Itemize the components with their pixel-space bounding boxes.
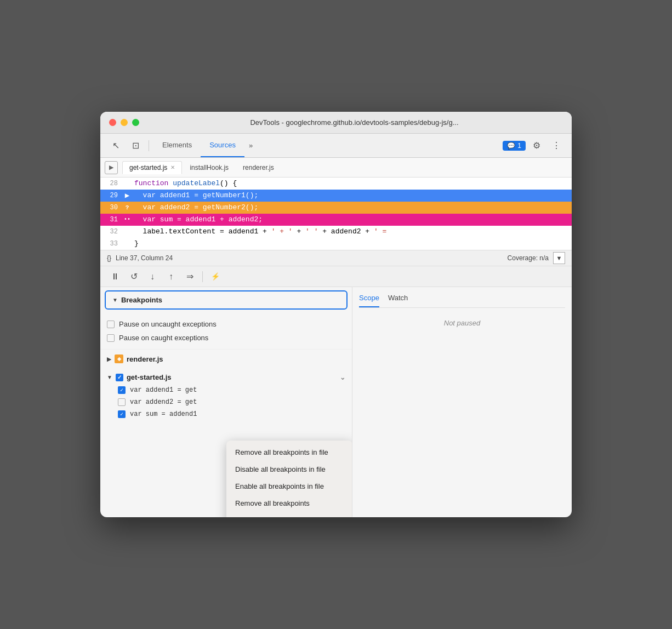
bp-entry-1-code: var addend1 = get xyxy=(130,386,197,394)
pause-button[interactable]: ⏸ xyxy=(107,268,123,285)
file-tab-renderer[interactable]: renderer.js xyxy=(236,162,281,174)
coverage-label: Coverage: n/a xyxy=(508,254,549,262)
breakpoints-section-header[interactable]: ▼ Breakpoints xyxy=(105,290,348,310)
deactivate-breakpoints-button[interactable]: ⚡ xyxy=(207,268,224,285)
sidebar-toggle[interactable]: ▶ xyxy=(105,161,118,174)
step-out-button[interactable]: ↑ xyxy=(163,268,179,285)
context-menu-item-5[interactable]: Remove other breakpoints xyxy=(226,512,352,517)
collapse-triangle: ▼ xyxy=(112,297,118,303)
format-icon[interactable]: {} xyxy=(107,254,111,262)
inspect-icon[interactable]: ⊡ xyxy=(127,137,144,155)
code-line-32: 32 label.textContent = addend1 + ' + ' +… xyxy=(100,226,572,238)
maximize-button[interactable] xyxy=(132,119,139,126)
tab-scope[interactable]: Scope xyxy=(359,294,379,307)
status-bar: {} Line 37, Column 24 Coverage: n/a ▼ xyxy=(100,250,572,266)
close-tab-icon[interactable]: ✕ xyxy=(170,164,175,170)
breakpoints-options: Pause on uncaught exceptions Pause on ca… xyxy=(100,313,352,350)
code-editor: 28 function updateLabel() { 29 ▶ var add… xyxy=(100,178,572,250)
pause-uncaught-checkbox[interactable] xyxy=(107,321,115,328)
bp-file-get-started: ▼ get-started.js ⌄ var addend1 = get var… xyxy=(100,368,352,422)
coverage-button[interactable]: ▼ xyxy=(553,252,565,264)
code-line-33: 33 } xyxy=(100,238,572,250)
main-tab-bar: Elements Sources » xyxy=(153,134,500,157)
right-panel: Scope Watch Not paused xyxy=(352,287,572,517)
get-started-checkbox[interactable] xyxy=(116,374,123,381)
get-started-expand-icon: ▼ xyxy=(107,374,112,380)
context-menu-item-3[interactable]: Enable all breakpoints in file xyxy=(226,478,352,495)
notification-badge[interactable]: 💬 1 xyxy=(503,141,526,151)
code-line-30: 30 ? var addend2 = getNumber2(); xyxy=(100,202,572,214)
tab-more[interactable]: » xyxy=(244,134,257,157)
close-button[interactable] xyxy=(109,119,116,126)
renderer-filename: renderer.js xyxy=(127,355,163,363)
window-title: DevTools - googlechrome.github.io/devtoo… xyxy=(146,118,563,127)
bp-entry-3-code: var sum = addend1 xyxy=(130,410,197,418)
traffic-lights xyxy=(109,119,139,126)
bp-entries-get-started: var addend1 = get var addend2 = get var … xyxy=(118,384,348,420)
main-content: ▼ Breakpoints Pause on uncaught exceptio… xyxy=(100,287,572,517)
step-over-button[interactable]: ↺ xyxy=(126,268,142,285)
bp-file-renderer: ▶ ◈ renderer.js xyxy=(100,350,352,368)
pause-caught-label: Pause on caught exceptions xyxy=(119,334,208,342)
file-tab-get-started[interactable]: get-started.js ✕ xyxy=(122,161,182,174)
bp-entry-3[interactable]: var sum = addend1 xyxy=(118,408,348,420)
settings-icon[interactable]: ⚙ xyxy=(528,137,545,155)
bp-entry-2-checkbox[interactable] xyxy=(118,398,126,406)
debug-toolbar: ⏸ ↺ ↓ ↑ ⇒ ⚡ xyxy=(100,266,572,287)
cursor-position: Line 37, Column 24 xyxy=(116,254,173,262)
context-menu-item-2[interactable]: Disable all breakpoints in file xyxy=(226,461,352,478)
file-tab-installhook[interactable]: installHook.js xyxy=(183,162,235,174)
pause-caught-option[interactable]: Pause on caught exceptions xyxy=(107,331,345,345)
tab-watch[interactable]: Watch xyxy=(388,294,408,307)
breakpoints-label: Breakpoints xyxy=(121,296,162,304)
titlebar: DevTools - googlechrome.github.io/devtoo… xyxy=(100,112,572,134)
toolbar-divider-1 xyxy=(149,140,149,151)
debug-divider xyxy=(202,271,203,282)
more-icon[interactable]: ⋮ xyxy=(548,137,565,155)
minimize-button[interactable] xyxy=(121,119,128,126)
pause-caught-checkbox[interactable] xyxy=(107,334,115,342)
bp-entry-1[interactable]: var addend1 = get xyxy=(118,384,348,396)
not-paused-label: Not paused xyxy=(359,319,565,327)
renderer-expand-icon: ▶ xyxy=(107,356,111,362)
tab-elements[interactable]: Elements xyxy=(153,134,201,157)
step-into-button[interactable]: ↓ xyxy=(144,268,161,285)
chat-icon: 💬 xyxy=(507,142,515,150)
bp-file-renderer-header[interactable]: ▶ ◈ renderer.js xyxy=(105,352,348,366)
renderer-file-icon: ◈ xyxy=(115,354,123,363)
left-panel: ▼ Breakpoints Pause on uncaught exceptio… xyxy=(100,287,352,517)
continue-button[interactable]: ⇒ xyxy=(181,268,198,285)
pause-uncaught-option[interactable]: Pause on uncaught exceptions xyxy=(107,317,345,331)
chevron-down-icon: ⌄ xyxy=(340,374,345,381)
scope-watch-tabs: Scope Watch xyxy=(359,294,565,308)
context-menu-item-1[interactable]: Remove all breakpoints in file xyxy=(226,444,352,461)
bp-entry-3-checkbox[interactable] xyxy=(118,410,126,418)
cursor-icon[interactable]: ↖ xyxy=(107,137,124,155)
code-line-28: 28 function updateLabel() { xyxy=(100,178,572,190)
get-started-filename: get-started.js xyxy=(127,373,172,381)
code-line-31: 31 •• var sum = addend1 + addend2; xyxy=(100,214,572,226)
tab-sources[interactable]: Sources xyxy=(201,134,244,157)
context-menu: Remove all breakpoints in file Disable a… xyxy=(226,441,352,517)
code-line-29: 29 ▶ var addend1 = getNumber1(); xyxy=(100,190,572,202)
bp-file-get-started-header[interactable]: ▼ get-started.js ⌄ xyxy=(105,370,348,384)
bp-entry-2-code: var addend2 = get xyxy=(130,398,197,406)
devtools-window: DevTools - googlechrome.github.io/devtoo… xyxy=(100,112,572,517)
pause-uncaught-label: Pause on uncaught exceptions xyxy=(119,320,217,328)
context-menu-item-4[interactable]: Remove all breakpoints xyxy=(226,495,352,512)
bp-entry-1-checkbox[interactable] xyxy=(118,386,126,394)
status-bar-right: Coverage: n/a ▼ xyxy=(508,252,565,264)
bp-entry-2[interactable]: var addend2 = get xyxy=(118,396,348,408)
toolbar-right: 💬 1 ⚙ ⋮ xyxy=(503,137,565,155)
main-toolbar: ↖ ⊡ Elements Sources » 💬 1 ⚙ ⋮ xyxy=(100,134,572,158)
file-tabs-bar: ▶ get-started.js ✕ installHook.js render… xyxy=(100,158,572,178)
